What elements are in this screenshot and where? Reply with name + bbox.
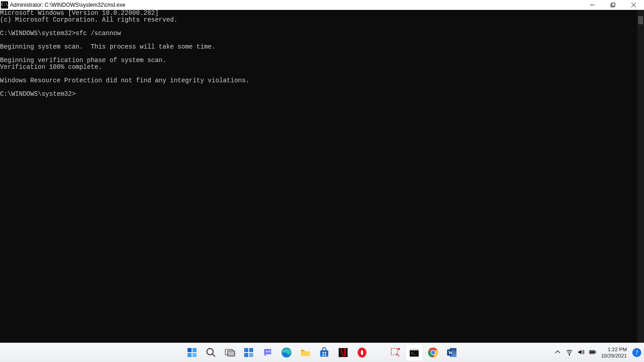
snip-icon <box>390 347 401 358</box>
console-output[interactable]: Microsoft Windows [Version 10.0.22000.28… <box>0 10 644 343</box>
chrome-button[interactable] <box>425 344 442 361</box>
svg-point-38 <box>431 351 435 355</box>
notifications-badge[interactable]: 7 <box>632 348 641 357</box>
store-button[interactable] <box>316 344 333 361</box>
cmd-app-icon-text: C:\ <box>1 3 8 7</box>
svg-point-10 <box>207 349 213 355</box>
maximize-button[interactable] <box>603 0 623 10</box>
svg-rect-25 <box>322 354 324 356</box>
tray-clock[interactable]: 1:22 PM 10/29/2021 <box>601 346 628 359</box>
chat-button[interactable] <box>259 344 276 361</box>
svg-rect-34 <box>410 349 419 350</box>
tray-time: 1:22 PM <box>601 346 627 353</box>
svg-point-18 <box>266 351 267 353</box>
svg-rect-8 <box>188 353 192 357</box>
svg-rect-13 <box>228 351 235 356</box>
chrome-icon <box>428 347 438 358</box>
word-button[interactable]: W <box>443 344 461 361</box>
svg-line-11 <box>212 354 215 357</box>
folder-icon <box>300 347 311 358</box>
edge-icon <box>281 347 292 358</box>
wifi-icon[interactable] <box>566 349 573 357</box>
svg-rect-2 <box>612 3 615 6</box>
cmd-taskbar-button[interactable]: >_ <box>406 344 423 361</box>
svg-point-30 <box>361 350 363 355</box>
volume-icon[interactable] <box>577 349 585 357</box>
svg-rect-7 <box>192 348 197 352</box>
close-button[interactable] <box>623 0 644 10</box>
opera-button[interactable] <box>353 344 371 361</box>
svg-rect-6 <box>188 348 192 352</box>
svg-rect-15 <box>249 348 253 352</box>
pinned-app-red-button[interactable] <box>335 344 352 361</box>
cmd-icon: >_ <box>409 347 420 358</box>
system-tray: 1:22 PM 10/29/2021 7 <box>554 343 641 362</box>
titlebar[interactable]: C:\ Administrator: C:\WINDOWS\system32\c… <box>0 0 644 10</box>
svg-text:W: W <box>448 350 453 355</box>
svg-text:>_: >_ <box>411 351 416 355</box>
svg-rect-48 <box>595 351 596 353</box>
svg-point-19 <box>268 351 269 353</box>
windows-logo-icon <box>187 347 197 358</box>
svg-point-20 <box>269 351 271 353</box>
widgets-icon <box>243 347 254 358</box>
edge-button[interactable] <box>278 344 295 361</box>
taskbar-center-group: >_ <box>183 344 461 361</box>
chat-icon <box>262 347 273 358</box>
word-icon: W <box>447 347 457 358</box>
minimize-button[interactable] <box>582 0 603 10</box>
cmd-app-icon: C:\ <box>1 1 8 9</box>
search-icon <box>206 347 216 358</box>
red-app-icon <box>338 347 349 358</box>
svg-rect-26 <box>325 354 326 356</box>
svg-rect-14 <box>244 348 248 352</box>
store-icon <box>319 347 330 358</box>
file-explorer-button[interactable] <box>297 344 314 361</box>
svg-rect-32 <box>398 348 400 350</box>
notifications-count: 7 <box>635 350 638 355</box>
tray-overflow-button[interactable] <box>554 349 561 357</box>
opera-icon <box>357 347 367 358</box>
snip-sketch-button[interactable] <box>387 344 404 361</box>
svg-rect-23 <box>322 352 324 353</box>
svg-point-46 <box>569 354 570 355</box>
window-title: Administrator: C:\WINDOWS\system32\cmd.e… <box>10 2 125 8</box>
svg-rect-17 <box>249 353 253 357</box>
svg-rect-22 <box>320 350 328 357</box>
svg-rect-24 <box>325 352 326 353</box>
svg-rect-49 <box>590 351 595 353</box>
taskbar: >_ <box>0 343 644 362</box>
battery-icon[interactable] <box>589 349 596 357</box>
scrollbar-track[interactable] <box>637 10 644 343</box>
scrollbar-thumb[interactable] <box>638 16 643 24</box>
task-view-button[interactable] <box>221 344 238 361</box>
widgets-button[interactable] <box>240 344 257 361</box>
svg-rect-16 <box>244 353 248 357</box>
start-button[interactable] <box>183 344 201 361</box>
tray-date: 10/29/2021 <box>601 353 627 359</box>
console-area: Microsoft Windows [Version 10.0.22000.28… <box>0 10 644 343</box>
task-view-icon <box>224 347 235 358</box>
search-button[interactable] <box>202 344 219 361</box>
svg-rect-9 <box>192 353 197 357</box>
window-controls <box>582 0 644 10</box>
